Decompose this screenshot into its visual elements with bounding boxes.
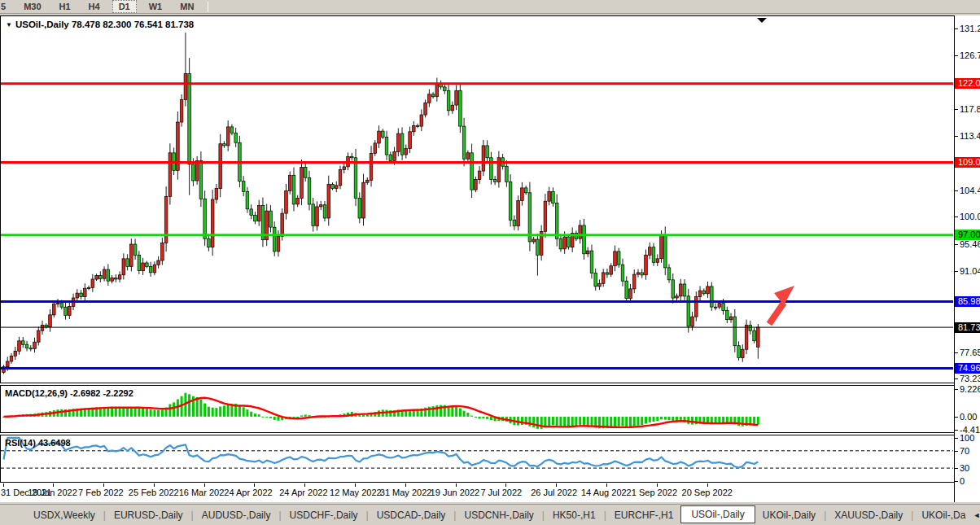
tab-hk50-h1[interactable]: HK50-,H1	[545, 507, 603, 523]
timeframe-button-W1[interactable]: W1	[143, 1, 168, 12]
price-badge-122.060: 122.060	[955, 78, 980, 89]
rsi-panel[interactable]: RSI(14) 43.6498	[0, 435, 954, 483]
axis-tick	[955, 451, 958, 452]
price-chart-panel[interactable]: ▼USOil-,Daily 78.478 82.300 76.541 81.73…	[0, 15, 954, 383]
date-label: 4 Apr 2022	[229, 488, 272, 497]
macd-histogram	[2, 393, 759, 429]
axis-tick	[955, 417, 958, 418]
tab-usoil-daily[interactable]: USOil-,Daily	[680, 505, 755, 523]
chart-title-text: USOil-,Daily 78.478 82.300 76.541 81.738	[15, 20, 194, 29]
toolbar-separator	[208, 2, 208, 12]
price-tick-131.210: 131.210	[960, 24, 980, 33]
axis-tick	[955, 378, 958, 379]
timeframe-button-MN[interactable]: MN	[174, 1, 199, 12]
date-label: 26 Jul 2022	[531, 488, 577, 497]
price-tick-117.820: 117.820	[960, 104, 980, 114]
price-tick-104.430: 104.430	[960, 186, 980, 195]
date-label: 7 Jul 2022	[480, 488, 522, 497]
tab-usdchf-daily[interactable]: USDCHF-,Daily	[282, 507, 365, 523]
symbol-tabbar: USDX,Weekly|EURUSD-,Daily|AUDUSD-,Daily|…	[0, 504, 980, 525]
chart-shift-marker	[757, 18, 767, 23]
tab-ukoil-daily[interactable]: UKOil-,Daily	[755, 507, 823, 523]
date-tick	[304, 483, 305, 487]
tab-usdcad-daily[interactable]: USDCAD-,Daily	[370, 507, 453, 523]
price-badge-81.738: 81.738	[955, 322, 980, 333]
date-label: 19 Jun 2022	[431, 488, 480, 497]
price-badge-85.988: 85.988	[955, 296, 980, 307]
macd-panel[interactable]: MACD(12,26,9) -2.6982 -2.2292	[0, 385, 954, 433]
axis-tick	[955, 244, 958, 245]
price-tick-95.460: 95.460	[960, 239, 980, 249]
date-label: 7 Feb 2022	[78, 488, 124, 497]
rsi-plot	[1, 435, 953, 482]
date-label: 20 Sep 2022	[682, 488, 733, 497]
tab-audusd-daily[interactable]: AUDUSD-,Daily	[195, 507, 278, 523]
axis-tick	[955, 109, 958, 110]
timeframe-button-5[interactable]: 5	[0, 1, 11, 12]
axis-tick	[955, 271, 958, 272]
tab-scroll-left-icon[interactable]: ◄	[973, 511, 980, 519]
symbol-dropdown-icon[interactable]: ▼	[6, 21, 12, 28]
price-tick-91.040: 91.040	[960, 266, 980, 276]
price-scale[interactable]: 131.210126.790117.820113.400104.430100.0…	[954, 15, 980, 502]
timeframe-button-H4[interactable]: H4	[83, 1, 106, 12]
date-tick	[556, 483, 557, 487]
chart-window: ▼USOil-,Daily 78.478 82.300 76.541 81.73…	[0, 15, 980, 502]
rsi-axis-70: 70	[960, 446, 969, 456]
rsi-label: RSI(14) 43.6498	[5, 438, 71, 448]
axis-tick	[955, 430, 958, 431]
tab-usdcnh-daily[interactable]: USDCNH-,Daily	[457, 507, 540, 523]
rsi-axis-30: 30	[960, 463, 969, 473]
date-tick	[204, 483, 205, 487]
timeframe-button-M30[interactable]: M30	[18, 1, 46, 12]
axis-tick	[955, 438, 958, 439]
axis-tick	[955, 190, 958, 191]
date-tick	[154, 483, 155, 487]
date-tick	[456, 483, 457, 487]
macd-plot	[1, 386, 953, 432]
date-tick	[254, 483, 255, 487]
macd-axis-9.2266: 9.2266	[960, 384, 980, 394]
date-tick	[657, 483, 658, 487]
date-tick	[606, 483, 607, 487]
timeframe-toolbar: 5M30H1H4D1W1MN	[0, 0, 980, 14]
rsi-axis-100: 100	[960, 433, 974, 443]
axis-tick	[955, 217, 958, 217]
chart-title: ▼USOil-,Daily 78.478 82.300 76.541 81.73…	[6, 20, 194, 29]
date-label: 31 May 2022	[380, 488, 432, 497]
axis-tick	[955, 468, 958, 469]
price-tick-113.400: 113.400	[960, 131, 980, 141]
timeframe-button-H1[interactable]: H1	[54, 1, 77, 12]
price-tick-73.230: 73.230	[960, 374, 980, 383]
macd-axis-0.00: 0.00	[960, 412, 977, 422]
date-tick	[405, 483, 406, 487]
trend-arrow	[769, 286, 794, 324]
mt4-terminal: 5M30H1H4D1W1MN ▼USOil-,Daily 78.478 82.3…	[0, 0, 980, 525]
rsi-line	[4, 438, 759, 468]
date-tick	[505, 483, 506, 487]
tab-ukoil-da[interactable]: UKOil-,Da	[914, 507, 973, 523]
price-tick-100.010: 100.010	[960, 212, 980, 221]
date-label: 1 Sep 2022	[632, 488, 677, 497]
date-label: 19 Jan 2022	[28, 488, 77, 497]
tab-usdx-weekly[interactable]: USDX,Weekly	[26, 507, 103, 523]
tab-eurchf-h1[interactable]: EURCHF-,H1	[607, 507, 681, 523]
tab-xauusd-daily[interactable]: XAUUSD-,Daily	[827, 507, 910, 523]
date-tick	[53, 483, 54, 487]
price-badge-74.969: 74.969	[955, 363, 980, 374]
date-tick	[355, 483, 356, 487]
date-label: 12 May 2022	[330, 488, 382, 497]
date-label: 24 Apr 2022	[279, 488, 327, 497]
price-tick-77.650: 77.650	[960, 348, 980, 357]
axis-tick	[955, 136, 958, 137]
candlestick-chart	[1, 16, 953, 383]
date-label: 16 Mar 2022	[179, 488, 230, 497]
axis-tick	[955, 352, 958, 353]
date-tick	[3, 483, 4, 487]
rsi-axis-0: 0	[960, 476, 965, 486]
price-tick-126.790: 126.790	[960, 50, 980, 60]
axis-tick	[955, 28, 958, 29]
tab-eurusd-daily[interactable]: EURUSD-,Daily	[107, 507, 190, 523]
date-axis[interactable]: 31 Dec 202119 Jan 20227 Feb 202225 Feb 2…	[0, 483, 954, 502]
timeframe-button-D1[interactable]: D1	[112, 0, 137, 13]
